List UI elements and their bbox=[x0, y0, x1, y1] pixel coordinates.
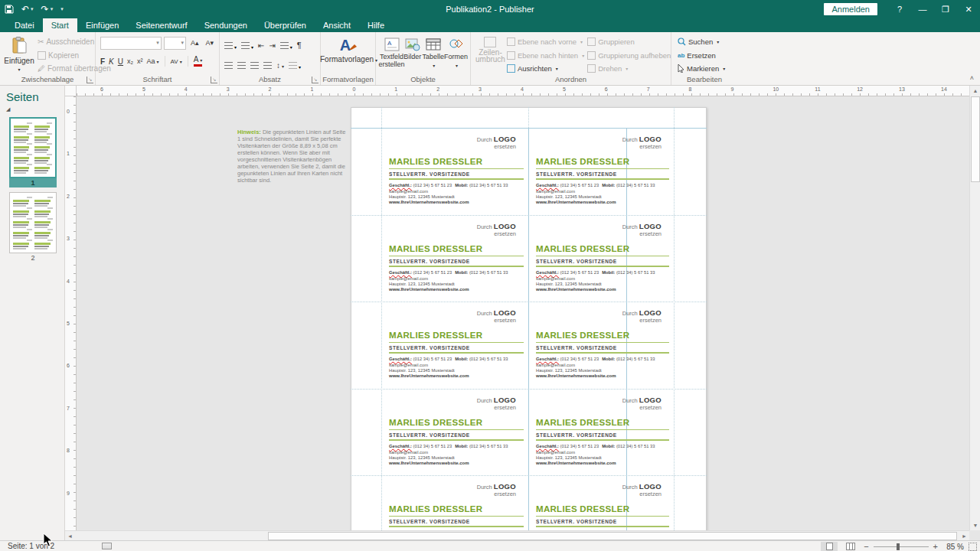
horizontal-scroll-thumb[interactable] bbox=[268, 532, 957, 540]
character-spacing-button[interactable]: AV bbox=[171, 58, 182, 65]
zoom-out-button[interactable]: − bbox=[864, 542, 868, 551]
fit-page-icon[interactable] bbox=[969, 543, 977, 551]
grow-font-button[interactable]: A▴ bbox=[188, 38, 201, 47]
collapse-ribbon-icon[interactable]: ˄ bbox=[970, 74, 974, 82]
font-size-combo[interactable]: ▾ bbox=[164, 37, 186, 50]
align-left-button[interactable] bbox=[224, 58, 233, 72]
scroll-down-icon[interactable]: ▼ bbox=[970, 520, 980, 530]
align-right-button[interactable] bbox=[250, 58, 259, 72]
page-thumbnail-1[interactable]: 1 bbox=[9, 117, 57, 187]
increase-indent-button[interactable]: ⇥ bbox=[269, 41, 275, 50]
tab-hilfe[interactable]: Hilfe bbox=[359, 18, 393, 32]
shrink-font-button[interactable]: A▾ bbox=[203, 38, 216, 47]
single-page-view-button[interactable] bbox=[821, 542, 838, 551]
italic-button[interactable]: K bbox=[109, 57, 114, 66]
line-spacing-button[interactable]: ↕ bbox=[276, 61, 284, 70]
undo-icon[interactable]: ↶▾ bbox=[21, 0, 34, 18]
font-name-combo[interactable]: ▾ bbox=[100, 37, 162, 50]
vertical-ruler[interactable]: 0123456789 bbox=[65, 96, 77, 530]
minimize-button[interactable]: — bbox=[911, 0, 934, 18]
dialog-launcher-icon[interactable]: ↘ bbox=[211, 77, 217, 83]
business-card[interactable]: Durch LOGOersetzen MARLIES DRESSLER STEL… bbox=[381, 302, 528, 388]
superscript-button[interactable]: x² bbox=[137, 57, 143, 65]
replace-button[interactable]: ab Ersetzen bbox=[676, 51, 734, 60]
tab-ansicht[interactable]: Ansicht bbox=[315, 18, 359, 32]
logo-placeholder[interactable]: Durch LOGOersetzen bbox=[477, 396, 516, 411]
vertical-scroll-thumb[interactable] bbox=[971, 96, 980, 182]
paste-button[interactable]: Einfügen ▾ bbox=[5, 35, 34, 75]
tab-datei[interactable]: Datei bbox=[6, 18, 43, 32]
business-card[interactable]: Durch LOGOersetzen MARLIES DRESSLER STEL… bbox=[528, 475, 674, 530]
business-card[interactable]: Durch LOGOersetzen MARLIES DRESSLER STEL… bbox=[528, 215, 674, 302]
vertical-scrollbar[interactable]: ▲ ▼ bbox=[969, 86, 980, 530]
underline-button[interactable]: U bbox=[118, 57, 123, 66]
logo-placeholder[interactable]: Durch LOGOersetzen bbox=[622, 309, 662, 324]
pages-collapse-icon[interactable]: ◢ bbox=[0, 106, 64, 112]
logo-placeholder[interactable]: Durch LOGOersetzen bbox=[477, 483, 516, 497]
align-objects-button[interactable]: Ausrichten bbox=[505, 64, 586, 73]
subscript-button[interactable]: x₂ bbox=[127, 57, 133, 65]
logo-placeholder[interactable]: Durch LOGOersetzen bbox=[622, 135, 662, 150]
shapes-button[interactable]: Formen bbox=[445, 35, 467, 75]
signin-button[interactable]: Anmelden bbox=[824, 3, 877, 15]
scroll-up-icon[interactable]: ▲ bbox=[970, 86, 980, 96]
customize-qat-icon[interactable]: ▾ bbox=[60, 0, 64, 18]
dialog-launcher-icon[interactable]: ↘ bbox=[312, 77, 318, 83]
horizontal-scrollbar[interactable]: ◄ ► bbox=[65, 530, 969, 540]
tab-seitenentwurf[interactable]: Seitenentwurf bbox=[127, 18, 195, 32]
document-canvas[interactable]: Hinweis: Die gepunkteten Linien auf Seit… bbox=[77, 96, 969, 530]
styles-button[interactable]: A Formatvorlagen bbox=[325, 35, 372, 64]
font-color-button[interactable]: A bbox=[194, 56, 203, 67]
business-card[interactable]: Durch LOGOersetzen MARLIES DRESSLER STEL… bbox=[528, 302, 674, 388]
table-button[interactable]: Tabelle bbox=[422, 35, 444, 75]
proofing-status-icon[interactable] bbox=[102, 543, 112, 549]
tab-überprüfen[interactable]: Überprüfen bbox=[256, 18, 315, 32]
help-button[interactable]: ? bbox=[888, 0, 911, 18]
bullets-button[interactable] bbox=[224, 38, 237, 52]
find-button[interactable]: Suchen bbox=[676, 37, 734, 46]
tab-sendungen[interactable]: Sendungen bbox=[196, 18, 256, 32]
page-indicator[interactable]: Seite: 1 von 2 bbox=[8, 542, 54, 550]
save-icon[interactable] bbox=[5, 0, 14, 18]
dialog-launcher-icon[interactable]: ↘ bbox=[87, 77, 93, 83]
decrease-indent-button[interactable]: ⇤ bbox=[258, 41, 264, 50]
restore-button[interactable]: ❐ bbox=[934, 0, 957, 18]
horizontal-ruler[interactable]: 65432101234567891011121314 bbox=[77, 86, 969, 96]
show-paragraph-marks-button[interactable]: ¶ bbox=[297, 41, 302, 50]
template-hint-text[interactable]: Hinweis: Die gepunkteten Linien auf Seit… bbox=[237, 129, 349, 184]
business-card[interactable]: Durch LOGOersetzen MARLIES DRESSLER STEL… bbox=[528, 128, 674, 214]
justify-button[interactable] bbox=[263, 58, 272, 72]
align-center-button[interactable] bbox=[237, 58, 246, 72]
business-card[interactable]: Durch LOGOersetzen MARLIES DRESSLER STEL… bbox=[528, 389, 674, 475]
draw-textbox-button[interactable]: A Textfeld erstellen bbox=[381, 35, 403, 75]
bold-button[interactable]: F bbox=[100, 57, 105, 66]
logo-placeholder[interactable]: Durch LOGOersetzen bbox=[477, 223, 516, 237]
page-thumbnail-2[interactable]: 2 bbox=[9, 192, 57, 262]
business-card[interactable]: Durch LOGOersetzen MARLIES DRESSLER STEL… bbox=[381, 128, 528, 214]
business-card[interactable]: Durch LOGOersetzen MARLIES DRESSLER STEL… bbox=[381, 475, 528, 530]
tab-einfügen[interactable]: Einfügen bbox=[77, 18, 127, 32]
borders-button[interactable] bbox=[280, 38, 292, 52]
close-button[interactable]: ✕ bbox=[957, 0, 980, 18]
logo-placeholder[interactable]: Durch LOGOersetzen bbox=[622, 223, 662, 237]
redo-icon[interactable]: ↷▾ bbox=[41, 0, 54, 18]
paste-dropdown-icon[interactable]: ▾ bbox=[18, 67, 20, 72]
two-page-view-button[interactable] bbox=[842, 542, 859, 551]
numbering-button[interactable] bbox=[241, 38, 253, 52]
shading-button[interactable] bbox=[289, 58, 301, 72]
change-case-button[interactable]: Aa bbox=[147, 57, 159, 65]
zoom-slider-thumb[interactable] bbox=[897, 543, 900, 550]
business-card[interactable]: Durch LOGOersetzen MARLIES DRESSLER STEL… bbox=[381, 215, 528, 302]
zoom-slider[interactable] bbox=[874, 546, 929, 547]
zoom-in-button[interactable]: + bbox=[933, 542, 938, 551]
logo-placeholder[interactable]: Durch LOGOersetzen bbox=[477, 309, 516, 324]
zoom-level[interactable]: 85 % bbox=[942, 543, 964, 551]
select-button[interactable]: Markieren bbox=[676, 64, 734, 73]
business-card[interactable]: Durch LOGOersetzen MARLIES DRESSLER STEL… bbox=[381, 389, 528, 475]
card-address: Hauptstr. 123, 12345 Musterstadt bbox=[389, 455, 455, 460]
pictures-button[interactable]: Bilder bbox=[403, 35, 421, 75]
logo-placeholder[interactable]: Durch LOGOersetzen bbox=[477, 135, 516, 150]
logo-placeholder[interactable]: Durch LOGOersetzen bbox=[622, 396, 662, 411]
logo-placeholder[interactable]: Durch LOGOersetzen bbox=[622, 483, 662, 497]
tab-start[interactable]: Start bbox=[43, 18, 77, 32]
